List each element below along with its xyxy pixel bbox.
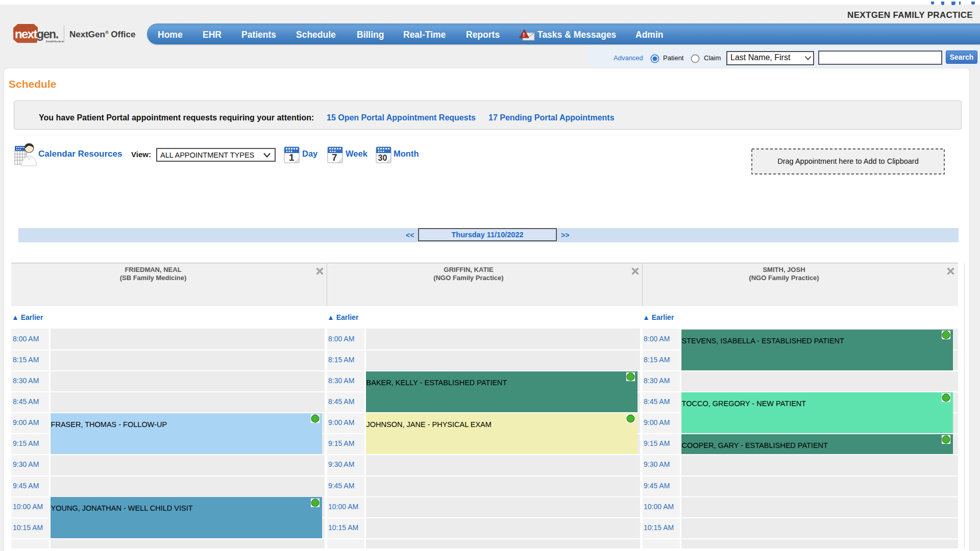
svg-text:1: 1 (289, 152, 295, 163)
svg-text:!: ! (523, 32, 525, 38)
svg-text:7: 7 (332, 152, 337, 163)
svg-text:30: 30 (378, 154, 387, 162)
